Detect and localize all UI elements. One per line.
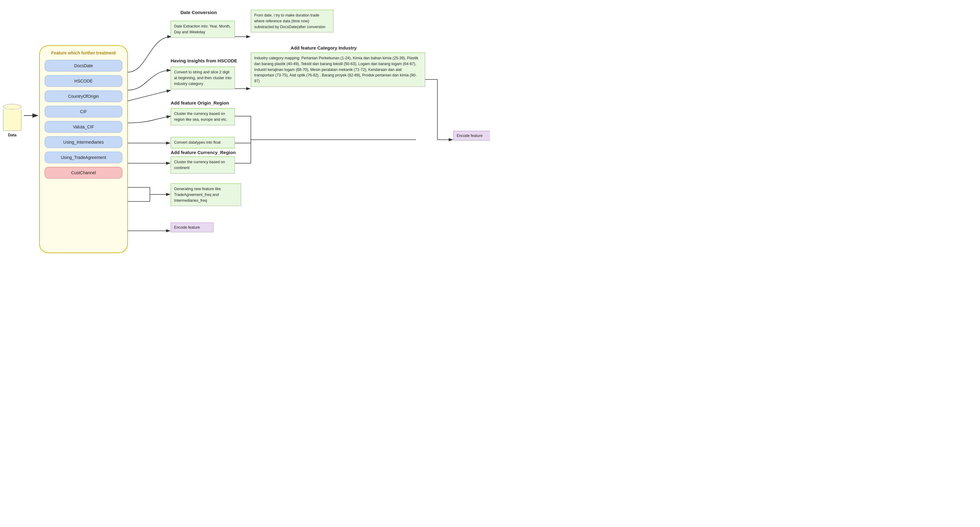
data-cylinder: Data: [3, 104, 21, 137]
heading-add-currency-region: Add feature Currency_Region: [171, 150, 236, 155]
feature-item-docsdate: DocsDate: [45, 60, 123, 71]
feature-item-using-intermediaries: Using_Intermediaries: [45, 137, 123, 148]
data-label: Data: [8, 133, 16, 137]
feature-item-valuta-cif: Valuta_CIF: [45, 121, 123, 133]
purple-box-encode-custchannel: Encode feature: [171, 222, 213, 232]
cylinder-body: [3, 110, 21, 131]
green-box-date-conversion-detail: From date, i try to make duration trade …: [251, 10, 333, 32]
green-box-origin-region: Cluster the currency based on region lik…: [171, 108, 235, 125]
heading-add-origin-region: Add feature Origin_Region: [171, 100, 229, 105]
feature-box-title: Feature which further treatment: [45, 50, 123, 56]
feature-item-custchannel: CustChannel: [45, 167, 123, 179]
green-box-industry-category: Industry category mapping: Pertanian Per…: [251, 52, 425, 87]
green-box-intermediaries-detail: Generating new feature like TradeAgreeme…: [171, 183, 241, 206]
feature-item-cif: CIF: [45, 106, 123, 117]
heading-insights-hscode: Having insights from HSCODE: [171, 58, 237, 63]
heading-date-conversion: Date Conversion: [180, 10, 217, 15]
feature-item-hscode: HSCODE: [45, 75, 123, 87]
feature-item-using-tradeagreement: Using_TradeAgreement: [45, 152, 123, 163]
cylinder-top: [3, 104, 21, 110]
purple-box-encode-main: Encode feature: [453, 131, 490, 141]
feature-item-countryoforigin: CountryOfOrigin: [45, 90, 123, 102]
green-box-hscode-detail: Convert to string and slice 2 digit at b…: [171, 67, 235, 89]
heading-add-category-industry: Add feature Category Industry: [291, 45, 356, 51]
diagram: Data Feature which further treatment Doc…: [0, 0, 490, 264]
green-box-date-extraction: Date Extraction into: Year, Month, Day a…: [171, 21, 235, 38]
feature-box: Feature which further treatment DocsDate…: [39, 45, 128, 253]
svg-line-2: [128, 90, 171, 101]
green-box-cif-detail: Convert datatypes into float: [171, 137, 235, 148]
green-box-currency-region: Cluster the currency based on continent: [171, 157, 235, 174]
